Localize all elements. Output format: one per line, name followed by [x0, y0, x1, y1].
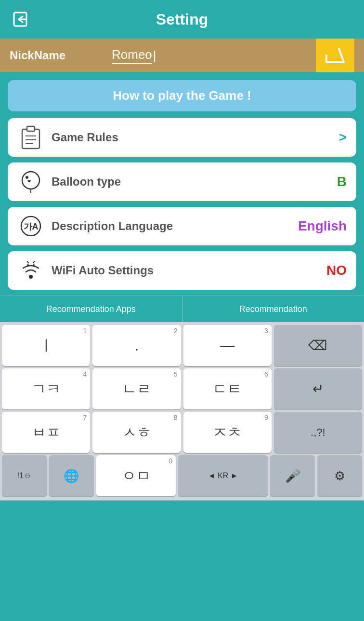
how-to-play-button[interactable]: How to play the Game ! — [8, 80, 356, 111]
nickname-row: NickName Romeo | — [0, 39, 364, 72]
language-icon: 가A — [17, 213, 44, 240]
key-4-gk[interactable]: 4 ㄱㅋ — [2, 368, 90, 409]
svg-line-16 — [33, 261, 35, 263]
svg-rect-2 — [22, 129, 39, 148]
back-button[interactable] — [10, 7, 34, 31]
language-switch-key[interactable]: ◄ KR ► — [178, 455, 268, 496]
svg-point-14 — [33, 264, 35, 266]
nickname-input-wrapper: Romeo | — [112, 47, 316, 64]
keyboard-row-3: 7 ㅂㅍ 8 ㅅㅎ 9 ㅈㅊ .,?! — [2, 412, 362, 453]
balloon-type-item[interactable]: Balloon type B — [8, 162, 356, 201]
wifi-auto-settings-value: NO — [326, 263, 347, 278]
key-7-bp[interactable]: 7 ㅂㅍ — [2, 412, 90, 453]
svg-line-15 — [27, 261, 29, 263]
enter-key[interactable]: ↵ — [274, 368, 362, 409]
game-rules-item[interactable]: Game Rules > — [8, 118, 356, 157]
nickname-label: NickName — [10, 49, 112, 62]
recommendation-tab[interactable]: Recommendation — [182, 296, 364, 322]
settings-key[interactable]: ⚙ — [317, 455, 362, 496]
nickname-value[interactable]: Romeo — [112, 47, 152, 64]
bottom-tabs: Recommendation Apps Recommendation — [0, 296, 364, 322]
how-to-play-label: How to play the Game ! — [113, 88, 251, 103]
wifi-icon — [17, 257, 44, 284]
main-content: How to play the Game ! Game Rules > Bal — [0, 72, 364, 290]
svg-text:가A: 가A — [23, 222, 38, 231]
key-2-dot[interactable]: 2 . — [92, 325, 181, 366]
key-1-pipe[interactable]: 1 ㅣ — [2, 325, 90, 366]
nickname-confirm-button[interactable] — [316, 39, 354, 72]
keyboard-row-1: 1 ㅣ 2 . 3 — ⌫ — [2, 325, 362, 366]
key-3-dash[interactable]: 3 — — [183, 325, 272, 366]
balloon-type-value: B — [337, 174, 347, 189]
balloon-icon — [17, 169, 44, 195]
game-rules-value: > — [339, 130, 347, 145]
recommendation-apps-tab[interactable]: Recommendation Apps — [0, 296, 182, 322]
backspace-key[interactable]: ⌫ — [274, 325, 362, 366]
clipboard-icon — [17, 124, 44, 151]
key-5-nr[interactable]: 5 ㄴㄹ — [92, 368, 181, 409]
description-language-item[interactable]: 가A Description Language English — [8, 207, 356, 245]
key-8-sh[interactable]: 8 ㅅㅎ — [92, 412, 181, 453]
key-9-jc[interactable]: 9 ㅈㅊ — [183, 412, 272, 453]
balloon-type-label: Balloon type — [52, 175, 337, 189]
key-6-dt[interactable]: 6 ㄷㅌ — [183, 368, 272, 409]
svg-point-8 — [26, 176, 28, 179]
page-title: Setting — [156, 11, 208, 28]
keyboard-row-2: 4 ㄱㅋ 5 ㄴㄹ 6 ㄷㅌ ↵ — [2, 368, 362, 409]
punctuation-key[interactable]: .,?! — [274, 412, 362, 453]
symbols-key[interactable]: !1☺ — [2, 455, 47, 496]
keyboard-row-4: !1☺ 🌐 0 ㅇㅁ ◄ KR ► 🎤 ⚙ — [2, 455, 362, 496]
keyboard: 1 ㅣ 2 . 3 — ⌫ 4 ㄱㅋ 5 ㄴㄹ 6 ㄷㅌ ↵ — [0, 322, 364, 500]
game-rules-label: Game Rules — [52, 131, 339, 144]
recommendation-label: Recommendation — [239, 304, 307, 314]
svg-rect-3 — [27, 126, 35, 131]
header: Setting — [0, 0, 364, 39]
globe-key[interactable]: 🌐 — [49, 455, 94, 496]
description-language-value: English — [298, 218, 347, 234]
cursor: | — [153, 48, 156, 63]
svg-point-13 — [27, 264, 29, 266]
wifi-auto-settings-item[interactable]: WiFi Auto Settings NO — [8, 251, 356, 290]
microphone-key[interactable]: 🎤 — [270, 455, 315, 496]
svg-point-12 — [29, 275, 33, 279]
wifi-auto-settings-label: WiFi Auto Settings — [52, 264, 326, 277]
description-language-label: Description Language — [52, 219, 298, 233]
recommendation-apps-label: Recommendation Apps — [46, 304, 136, 314]
key-0-om[interactable]: 0 ㅇㅁ — [96, 455, 176, 496]
